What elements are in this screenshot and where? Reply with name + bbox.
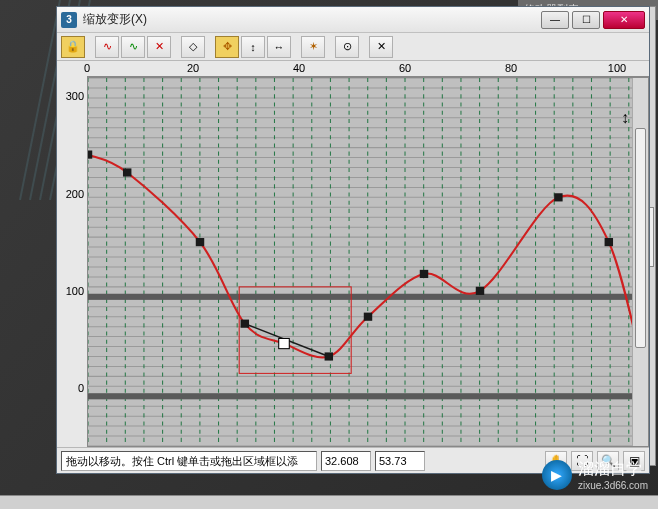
status-x-field[interactable] xyxy=(321,451,371,471)
move-v-icon: ↕ xyxy=(250,41,256,53)
status-y-field[interactable] xyxy=(375,451,425,471)
control-point[interactable] xyxy=(123,168,131,176)
plot-scrollbar[interactable] xyxy=(632,78,648,446)
curve-xy-button[interactable]: ✕ xyxy=(147,36,171,58)
corner-icon: ◇ xyxy=(189,40,197,53)
plot-scrollbar-thumb[interactable] xyxy=(635,128,646,348)
curve-x-button[interactable]: ∿ xyxy=(95,36,119,58)
y-tick-label: 0 xyxy=(78,382,84,394)
y-tick-label: 100 xyxy=(66,285,84,297)
handle-corner-button[interactable]: ◇ xyxy=(181,36,205,58)
x-tick-label: 20 xyxy=(187,62,199,74)
move-button[interactable]: ✥ xyxy=(215,36,239,58)
graph-area: 0100200300 020406080100 ↕ xyxy=(57,61,649,447)
play-icon: ▶ xyxy=(542,460,572,490)
lock-icon: 🔒 xyxy=(66,40,80,53)
scale-deform-window: 3 缩放变形(X) — ☐ ✕ 🔒 ∿ ∿ ✕ ◇ ✥ ↕ ↔ ✶ ⊙ ✕ 01… xyxy=(56,6,650,474)
x-axis: 020406080100 xyxy=(87,61,649,77)
svg-rect-69 xyxy=(88,393,648,399)
control-point[interactable] xyxy=(476,287,484,295)
close-button[interactable]: ✕ xyxy=(603,11,645,29)
scale-icon: ✶ xyxy=(309,40,318,53)
y-axis: 0100200300 xyxy=(57,61,87,447)
x-tick-label: 60 xyxy=(399,62,411,74)
curve-green-icon: ∿ xyxy=(129,40,138,53)
move-horizontal-button[interactable]: ↔ xyxy=(267,36,291,58)
bezier-button[interactable]: ⊙ xyxy=(335,36,359,58)
control-point[interactable] xyxy=(420,270,428,278)
move-vertical-button[interactable]: ↕ xyxy=(241,36,265,58)
move-icon: ✥ xyxy=(223,40,232,53)
maximize-button[interactable]: ☐ xyxy=(572,11,600,29)
toolbar: 🔒 ∿ ∿ ✕ ◇ ✥ ↕ ↔ ✶ ⊙ ✕ xyxy=(57,33,649,61)
curve-plot[interactable] xyxy=(87,77,649,447)
resize-arrow-icon: ↕ xyxy=(621,109,629,127)
tangent-handle[interactable] xyxy=(326,353,332,359)
lock-button[interactable]: 🔒 xyxy=(61,36,85,58)
curve-dual-icon: ✕ xyxy=(155,40,164,53)
x-tick-label: 40 xyxy=(293,62,305,74)
control-point[interactable] xyxy=(554,193,562,201)
watermark-brand: 溜溜自学 xyxy=(578,460,642,477)
control-point[interactable] xyxy=(605,238,613,246)
svg-rect-70 xyxy=(88,294,648,300)
selected-point[interactable] xyxy=(279,338,290,348)
titlebar: 3 缩放变形(X) — ☐ ✕ xyxy=(57,7,649,33)
x-tick-label: 100 xyxy=(608,62,626,74)
tangent-handle[interactable] xyxy=(242,321,248,327)
x-tick-label: 80 xyxy=(505,62,517,74)
scale-button[interactable]: ✶ xyxy=(301,36,325,58)
bezier-icon: ⊙ xyxy=(343,40,352,53)
delete-icon: ✕ xyxy=(377,40,386,53)
y-tick-label: 200 xyxy=(66,188,84,200)
app-icon: 3 xyxy=(61,12,77,28)
curve-red-icon: ∿ xyxy=(103,40,112,53)
y-tick-label: 300 xyxy=(66,90,84,102)
control-point[interactable] xyxy=(196,238,204,246)
watermark-url: zixue.3d66.com xyxy=(578,480,648,491)
move-h-icon: ↔ xyxy=(274,41,285,53)
curve-y-button[interactable]: ∿ xyxy=(121,36,145,58)
control-point[interactable] xyxy=(364,313,372,321)
minimize-button[interactable]: — xyxy=(541,11,569,29)
window-title: 缩放变形(X) xyxy=(83,11,538,28)
control-point[interactable] xyxy=(88,150,92,158)
scale-curve[interactable] xyxy=(88,155,648,391)
timeline-ruler[interactable] xyxy=(0,495,658,509)
watermark: ▶ 溜溜自学 zixue.3d66.com xyxy=(542,459,648,491)
x-tick-label: 0 xyxy=(84,62,90,74)
delete-point-button[interactable]: ✕ xyxy=(369,36,393,58)
status-hint: 拖动以移动。按住 Ctrl 键单击或拖出区域框以添 xyxy=(61,451,317,471)
